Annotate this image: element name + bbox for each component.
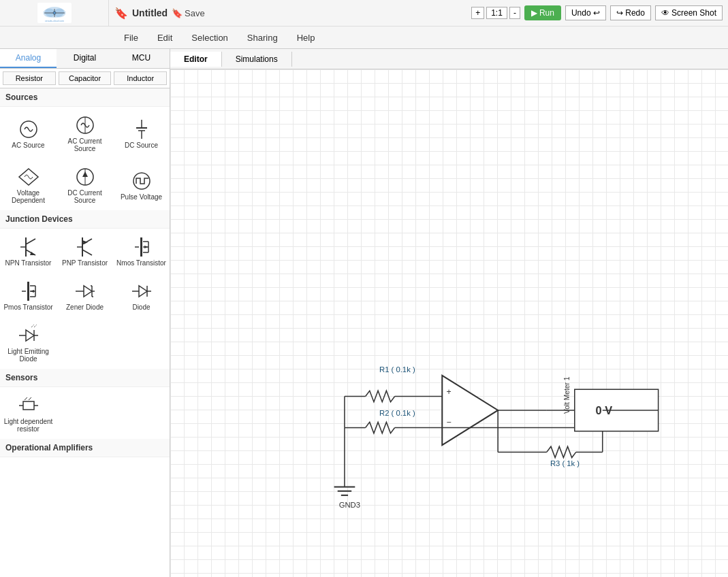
section-op-amps: Operational Amplifiers [0,439,170,457]
ac-current-source-icon [72,113,99,137]
svg-marker-51 [139,286,147,297]
svg-marker-18 [82,171,88,177]
diode-icon [128,279,155,303]
component-pmos-transistor[interactable]: Pmos Transistor [0,273,57,317]
redo-button[interactable]: ↪ Redo [610,5,651,20]
dc-current-source-label: DC Current Source [60,189,110,204]
menu-edit[interactable]: Edit [149,30,180,46]
svg-rect-61 [23,401,34,410]
menu-file[interactable]: File [116,30,146,46]
menu-sharing[interactable]: Sharing [239,30,286,46]
dc-current-source-icon [72,165,99,189]
ldr-label: Light dependent resistor [3,418,53,433]
component-ldr[interactable]: Light dependent resistor [0,387,57,439]
subtab-capacitor[interactable]: Capacitor [59,71,112,85]
circuit-svg: + − R1 ( 0.1k ) R2 ( 0.1k ) [170,69,728,577]
component-nmos-transistor[interactable]: Nmos Transistor [113,229,170,273]
svg-marker-43 [30,290,34,293]
component-dc-source[interactable]: DC Source [113,107,170,159]
circuit-canvas[interactable]: + − R1 ( 0.1k ) R2 ( 0.1k ) [170,69,728,577]
tab-analog[interactable]: Analog [0,49,57,68]
ac-source-label: AC Source [12,142,44,149]
component-pnp-transistor[interactable]: PNP Transistor [57,229,113,273]
component-zener-diode[interactable]: Zener Diode [57,273,113,317]
screenshot-button[interactable]: 👁 Screen Shot [655,5,723,20]
svg-marker-36 [144,246,148,248]
svg-line-64 [29,397,31,400]
ac-source-icon [15,117,42,142]
svg-text:−: − [446,418,451,427]
section-sensors: Sensors [0,369,170,387]
sidebar: Analog Digital MCU Resistor Capacitor In… [0,49,170,577]
svg-line-63 [25,397,27,400]
svg-text:R2 ( 0.1k ): R2 ( 0.1k ) [379,409,415,417]
component-ac-current-source[interactable]: AC Current Source [57,107,113,159]
tab-editor[interactable]: Editor [170,52,222,67]
pmos-transistor-label: Pmos Transistor [3,303,52,311]
svg-marker-55 [26,330,34,341]
component-pulse-voltage[interactable]: Pulse Voltage [113,159,170,210]
sources-grid: AC Source AC Current Source [0,107,170,210]
zener-diode-label: Zener Diode [66,303,104,311]
component-diode[interactable]: Diode [113,273,170,317]
play-icon: ▶ [531,8,537,18]
zoom-level: 1:1 [486,7,507,19]
component-voltage-dependent[interactable]: Voltage Dependent [0,159,57,210]
dc-source-label: DC Source [125,142,158,149]
tab-simulations[interactable]: Simulations [222,52,292,67]
dc-source-icon [128,117,155,142]
led-label: Light Emitting Diode [3,348,53,363]
menu-bar: File Edit Selection Sharing Help [0,27,728,48]
svg-text:R1 ( 0.1k ): R1 ( 0.1k ) [379,365,415,374]
ldr-icon [15,393,42,418]
zoom-controls: + 1:1 - [471,7,520,19]
diode-label: Diode [132,303,150,311]
led-icon [15,323,42,348]
svg-rect-37 [27,282,29,301]
run-button[interactable]: ▶ Run [524,5,561,20]
junction-devices-grid: NPN Transistor PNP Transistor [0,229,170,369]
sidebar-subtabs: Resistor Capacitor Inductor [0,69,170,88]
svg-rect-30 [140,237,142,257]
component-led[interactable]: Light Emitting Diode [0,317,57,369]
pmos-transistor-icon [15,279,42,303]
menu-selection[interactable]: Selection [183,30,236,46]
nmos-transistor-icon [128,235,155,259]
svg-point-6 [53,12,56,14]
npn-transistor-icon [15,235,42,259]
sensors-grid: Light dependent resistor [0,387,170,439]
canvas-area: Editor Simulations + − R1 ( 0.1k ) [170,49,728,577]
subtab-resistor[interactable]: Resistor [3,71,56,85]
zoom-minus-button[interactable]: - [509,7,520,19]
tab-mcu[interactable]: MCU [113,49,170,68]
logo-icon: circuits-cloud.com [37,1,72,25]
page-title: Untitled [132,7,168,18]
pnp-transistor-icon [72,235,99,259]
canvas-tabs: Editor Simulations [170,49,728,69]
svg-text:Volt Meter 1: Volt Meter 1 [563,376,571,414]
svg-marker-45 [84,286,92,297]
nmos-transistor-label: Nmos Transistor [116,259,166,267]
svg-text:GND3: GND3 [339,501,360,509]
voltage-dependent-label: Voltage Dependent [3,189,53,204]
svg-line-22 [26,239,35,244]
zener-diode-icon [72,279,99,303]
component-npn-transistor[interactable]: NPN Transistor [0,229,57,273]
tab-digital[interactable]: Digital [57,49,113,68]
pulse-voltage-label: Pulse Voltage [121,193,162,201]
menu-help[interactable]: Help [289,30,323,46]
top-right-area: 🔖 Untitled 🔖 Save + 1:1 - ▶ Run Undo ↩ ↪… [109,5,728,20]
save-button[interactable]: 🔖 Save [172,8,205,18]
section-sources: Sources [0,88,170,107]
component-dc-current-source[interactable]: DC Current Source [57,159,113,210]
svg-line-59 [34,325,37,327]
zoom-plus-button[interactable]: + [471,7,484,19]
subtab-inductor[interactable]: Inductor [114,71,167,85]
pulse-voltage-icon [128,169,155,193]
eye-icon: 👁 [661,8,669,18]
component-ac-source[interactable]: AC Source [0,107,57,159]
logo-area: circuits-cloud.com [0,0,109,26]
pnp-transistor-label: PNP Transistor [62,259,108,267]
undo-button[interactable]: Undo ↩ [565,5,606,20]
voltage-dependent-icon [15,165,42,189]
